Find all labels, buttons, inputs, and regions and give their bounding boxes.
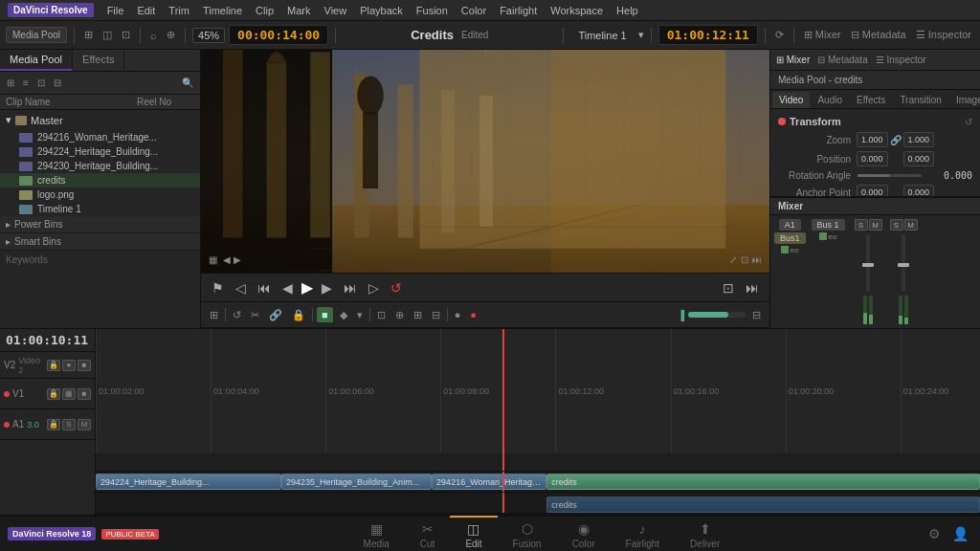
- menu-timeline[interactable]: Timeline: [197, 3, 248, 18]
- anchor-y-input[interactable]: 0.000: [903, 185, 935, 196]
- nav-cut[interactable]: ✂ Cut: [405, 516, 451, 552]
- list-item-timeline[interactable]: Timeline 1: [0, 202, 200, 216]
- insp-tab-image[interactable]: Image: [949, 92, 980, 108]
- list-item[interactable]: logo.png: [0, 187, 200, 202]
- anchor-x-input[interactable]: 0.000: [857, 185, 888, 196]
- menu-workspace[interactable]: Workspace: [545, 3, 609, 18]
- mixer-btn[interactable]: ⊞ Mixer: [801, 28, 844, 42]
- tl-icon-14[interactable]: ●: [467, 308, 479, 321]
- insp-tab-video[interactable]: Video: [772, 92, 810, 108]
- zoom-x-input[interactable]: 1.000: [857, 132, 888, 147]
- tab-effects[interactable]: Effects: [73, 50, 124, 71]
- clip-v1-0[interactable]: 294224_Heritage_Building...: [96, 474, 281, 490]
- viewer-step-fwd[interactable]: ▶: [319, 280, 335, 296]
- zoom-link-icon[interactable]: 🔗: [890, 135, 902, 145]
- rotation-slider[interactable]: [858, 174, 922, 177]
- tl-icon-2[interactable]: ↺: [230, 308, 244, 322]
- pt-icon-1[interactable]: ⊞: [4, 77, 17, 89]
- inspector-header-btn[interactable]: ☰ Inspector: [876, 55, 926, 65]
- tl-icon-10[interactable]: ⊕: [392, 308, 407, 322]
- nav-media[interactable]: ▦ Media: [348, 516, 405, 552]
- mixer-s-btn-2[interactable]: S: [890, 219, 903, 231]
- metadata-header-btn[interactable]: ⊟ Metadata: [817, 55, 867, 65]
- position-y-input[interactable]: 0.000: [903, 151, 935, 166]
- transform-reset[interactable]: ↺: [965, 117, 972, 127]
- tl-icon-3[interactable]: ✂: [248, 308, 262, 322]
- a1-solo-btn[interactable]: S: [62, 419, 76, 430]
- v2-clip-btn[interactable]: ■: [78, 360, 91, 371]
- menu-file[interactable]: File: [101, 3, 130, 18]
- a1-mute-btn[interactable]: M: [78, 419, 91, 430]
- menu-fairlight[interactable]: Fairlight: [494, 3, 543, 18]
- viewer-play-btn[interactable]: ▶: [301, 278, 313, 297]
- tl-icon-15[interactable]: ⊟: [749, 308, 764, 322]
- viewer-fullscreen[interactable]: ⤢: [729, 254, 737, 265]
- bottom-user-btn[interactable]: 👤: [948, 524, 972, 543]
- mixer-m-btn-2[interactable]: M: [904, 219, 918, 231]
- nav-edit[interactable]: ◫ Edit: [450, 516, 497, 552]
- viewer-flag-btn[interactable]: ⚑: [209, 280, 227, 296]
- toolbar-icon-4[interactable]: ⌕: [147, 29, 160, 42]
- clip-v1-2[interactable]: 294216_Woman_Heritage_Buildi...: [432, 474, 546, 490]
- transform-header[interactable]: Transform ↺: [774, 113, 976, 130]
- v2-lock-btn[interactable]: 🔒: [47, 360, 60, 371]
- menu-help[interactable]: Help: [611, 3, 644, 18]
- master-folder[interactable]: ▾ Master: [0, 110, 200, 130]
- viewer-settings-btn[interactable]: ⊡: [720, 280, 737, 296]
- pt-icon-3[interactable]: ⊡: [34, 77, 48, 89]
- nav-deliver[interactable]: ⬆ Deliver: [675, 516, 735, 552]
- tab-media-pool[interactable]: Media Pool: [0, 50, 73, 71]
- pt-icon-2[interactable]: ≡: [20, 77, 32, 89]
- clip-v1-credits[interactable]: credits: [546, 474, 980, 490]
- list-item[interactable]: 294230_Heritage_Building...: [0, 159, 200, 173]
- viewer-mark-out[interactable]: ▷: [366, 280, 382, 296]
- menu-mark[interactable]: Mark: [281, 3, 316, 18]
- tl-icon-12[interactable]: ⊟: [429, 308, 443, 322]
- menu-edit[interactable]: Edit: [131, 3, 161, 18]
- power-bins-section[interactable]: ▸ Power Bins: [0, 216, 200, 233]
- tl-icon-11[interactable]: ⊞: [411, 308, 425, 322]
- mixer-s-btn[interactable]: S: [855, 219, 868, 231]
- inspector-btn[interactable]: ☰ Inspector: [913, 28, 974, 42]
- a1-lock-btn[interactable]: 🔒: [47, 419, 60, 430]
- insp-tab-audio[interactable]: Audio: [811, 92, 849, 108]
- insp-tab-effects[interactable]: Effects: [850, 92, 892, 108]
- nav-fairlight[interactable]: ♪ Fairlight: [611, 516, 676, 552]
- position-x-input[interactable]: 0.000: [857, 151, 888, 166]
- tl-icon-4[interactable]: 🔗: [266, 308, 285, 322]
- viewer-step-back[interactable]: ◀: [279, 280, 296, 296]
- insp-tab-transition[interactable]: Transition: [893, 92, 948, 108]
- tl-icon-9[interactable]: ⊡: [374, 308, 389, 322]
- clip-a1-credits[interactable]: credits: [546, 496, 980, 513]
- volume-slider[interactable]: [688, 312, 746, 318]
- toolbar-icon-1[interactable]: ⊞: [81, 28, 96, 42]
- zoom-y-input[interactable]: 1.000: [903, 132, 935, 147]
- pt-search-icon[interactable]: 🔍: [179, 77, 196, 89]
- menu-fusion[interactable]: Fusion: [411, 3, 454, 18]
- viewer-skip-back[interactable]: ⏮: [255, 280, 274, 296]
- list-item[interactable]: 294216_Woman_Heritage...: [0, 130, 200, 144]
- clip-v1-1[interactable]: 294235_Heritage_Building_Anim...: [281, 474, 432, 490]
- viewer-loop-btn[interactable]: ↺: [388, 280, 405, 296]
- tl-icon-5[interactable]: 🔒: [289, 308, 308, 322]
- pt-icon-4[interactable]: ⊟: [51, 77, 64, 89]
- menu-playback[interactable]: Playback: [354, 3, 409, 18]
- tl-icon-13[interactable]: ●: [452, 308, 464, 321]
- v1-clip2-btn[interactable]: ■: [78, 388, 91, 400]
- zoom-display[interactable]: 45%: [192, 28, 225, 43]
- viewer-pip[interactable]: ⊡: [741, 254, 748, 265]
- media-pool-toggle[interactable]: Media Pool: [6, 27, 67, 43]
- tl-icon-6[interactable]: ■: [317, 307, 333, 322]
- tl-icon-8[interactable]: ▾: [354, 308, 366, 322]
- bottom-settings-btn[interactable]: ⚙: [924, 524, 945, 543]
- v1-camera-btn[interactable]: ▦: [62, 388, 76, 400]
- v1-lock-btn[interactable]: 🔒: [47, 388, 60, 400]
- nav-color[interactable]: ◉ Color: [557, 516, 611, 552]
- mixer-fader-2[interactable]: [902, 234, 905, 292]
- toolbar-icon-5[interactable]: ⊕: [164, 28, 178, 42]
- viewer-skip-fwd[interactable]: ⏭: [341, 280, 360, 296]
- list-item[interactable]: 294224_Heritage_Building...: [0, 144, 200, 159]
- tl-icon-7[interactable]: ◆: [337, 308, 350, 322]
- v2-eye-btn[interactable]: ●: [62, 360, 76, 371]
- timeline-dropdown-icon[interactable]: ▾: [638, 29, 644, 41]
